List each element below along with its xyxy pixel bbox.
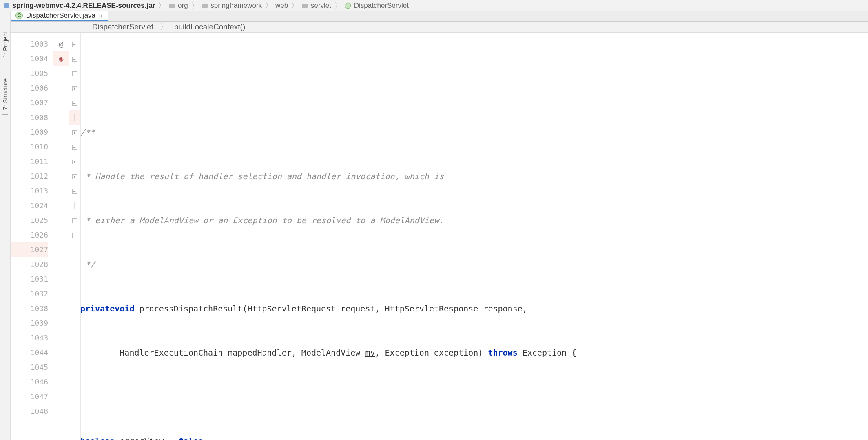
folder-icon bbox=[202, 2, 208, 9]
editor-tabs: C DispatcherServlet.java × bbox=[11, 11, 868, 22]
breadcrumb-item[interactable]: web bbox=[275, 2, 288, 10]
class-icon: C bbox=[16, 12, 23, 19]
tool-divider-icon bbox=[2, 74, 8, 74]
breadcrumb-label: org bbox=[178, 2, 188, 9]
breadcrumb-label: springframework bbox=[210, 2, 262, 9]
folder-icon bbox=[301, 2, 308, 9]
editor-bc-method[interactable]: buildLocaleContext() bbox=[174, 22, 245, 31]
fold-toggle[interactable]: − bbox=[72, 145, 77, 150]
svg-point-4 bbox=[345, 3, 351, 9]
svg-rect-0 bbox=[4, 3, 9, 8]
fold-toggle[interactable]: + bbox=[72, 160, 77, 164]
editor-bc-class[interactable]: DispatcherServlet bbox=[92, 22, 153, 31]
fold-toggle[interactable]: − bbox=[72, 218, 77, 223]
breadcrumb-item[interactable]: spring-webmvc-4.2.4.RELEASE-sources.jar bbox=[3, 2, 155, 10]
fold-toggle[interactable]: + bbox=[72, 174, 77, 179]
fold-toggle[interactable]: − bbox=[72, 57, 77, 62]
breadcrumb-item[interactable]: springframework bbox=[202, 2, 262, 10]
svg-rect-2 bbox=[202, 4, 208, 8]
code-editor[interactable]: 10031004 10051006 10071008 10091010 1011… bbox=[11, 33, 868, 440]
breadcrumb-label: servlet bbox=[311, 2, 331, 9]
breadcrumb-label: DispatcherServlet bbox=[354, 2, 409, 9]
class-icon bbox=[345, 2, 351, 9]
tool-divider-icon bbox=[2, 114, 8, 115]
breakpoint-icon[interactable]: ◉ bbox=[53, 51, 69, 66]
fold-toggle[interactable]: − bbox=[72, 42, 77, 47]
editor-breadcrumb: DispatcherServlet 〉 buildLocaleContext() bbox=[11, 22, 868, 33]
breadcrumb-item[interactable]: DispatcherServlet bbox=[345, 2, 409, 10]
close-icon[interactable]: × bbox=[99, 12, 102, 19]
fold-toggle[interactable]: − bbox=[72, 71, 77, 76]
fold-toggle[interactable]: + bbox=[72, 130, 77, 135]
jar-icon bbox=[3, 2, 10, 9]
structure-tool-button[interactable]: 7: Structure bbox=[2, 78, 9, 110]
override-marker-icon[interactable]: @ bbox=[53, 37, 69, 51]
fold-toggle[interactable]: − bbox=[72, 233, 77, 238]
file-tab-label: DispatcherServlet.java bbox=[26, 11, 95, 20]
code-area[interactable]: /** * Handle the result of handler selec… bbox=[80, 33, 868, 440]
folder-icon bbox=[168, 2, 175, 9]
breadcrumb-item[interactable]: servlet bbox=[301, 2, 331, 10]
fold-toggle[interactable]: − bbox=[72, 101, 77, 106]
svg-rect-1 bbox=[169, 4, 175, 8]
line-number-gutter: 10031004 10051006 10071008 10091010 1011… bbox=[11, 33, 53, 440]
top-breadcrumb: spring-webmvc-4.2.4.RELEASE-sources.jar … bbox=[0, 0, 868, 11]
fold-gutter: − − − + − │ + − + + − │ − − bbox=[69, 33, 80, 440]
fold-toggle[interactable]: − bbox=[72, 189, 77, 194]
breadcrumb-item[interactable]: org bbox=[168, 2, 188, 10]
marker-gutter: @ ◉ bbox=[53, 33, 69, 440]
breadcrumb-label: web bbox=[275, 2, 288, 9]
svg-rect-3 bbox=[302, 4, 308, 8]
breadcrumb-label: spring-webmvc-4.2.4.RELEASE-sources.jar bbox=[13, 2, 155, 9]
tool-window-bar: 1: Project 7: Structure bbox=[0, 11, 11, 440]
project-tool-button[interactable]: 1: Project bbox=[2, 32, 9, 58]
file-tab[interactable]: C DispatcherServlet.java × bbox=[11, 11, 108, 21]
fold-toggle[interactable]: + bbox=[72, 86, 77, 91]
